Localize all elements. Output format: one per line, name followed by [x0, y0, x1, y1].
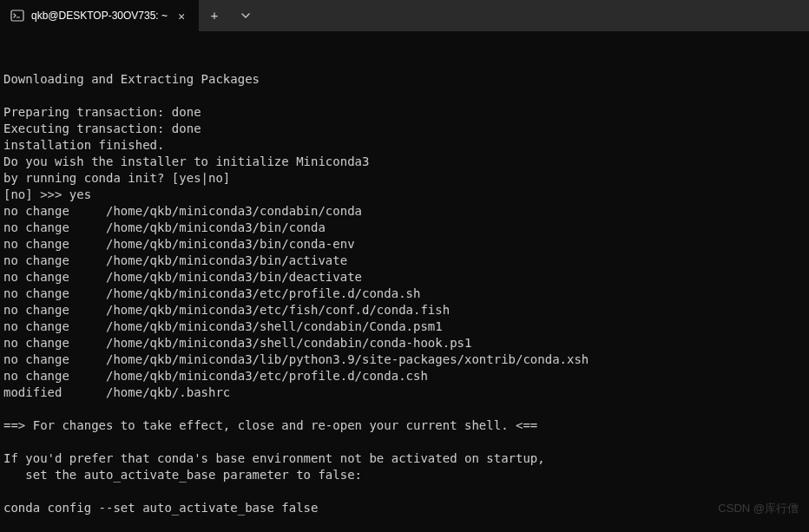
terminal-icon	[10, 9, 24, 23]
terminal-line: installation finished.	[3, 137, 806, 154]
terminal-line: If you'd prefer that conda's base enviro…	[3, 450, 806, 467]
titlebar-actions: +	[199, 0, 261, 31]
titlebar: qkb@DESKTOP-30OV735: ~ ✕ +	[0, 0, 809, 31]
terminal-line: no change /home/qkb/miniconda3/shell/con…	[3, 335, 806, 351]
terminal-line: set the auto_activate_base parameter to …	[3, 467, 806, 483]
terminal-line: conda config --set auto_activate_base fa…	[3, 500, 806, 516]
watermark: CSDN @库行僧	[718, 501, 799, 516]
terminal-line: [no] >>> yes	[3, 187, 806, 203]
terminal-line: no change /home/qkb/miniconda3/lib/pytho…	[3, 351, 806, 368]
terminal-line: by running conda init? [yes|no]	[3, 170, 806, 187]
terminal-line: no change /home/qkb/miniconda3/condabin/…	[3, 203, 806, 220]
terminal-line: Do you wish the installer to initialize …	[3, 154, 806, 170]
dropdown-button[interactable]	[230, 0, 261, 31]
terminal-line: no change /home/qkb/miniconda3/etc/profi…	[3, 286, 806, 302]
terminal-line: no change /home/qkb/miniconda3/bin/activ…	[3, 253, 806, 269]
terminal-line: no change /home/qkb/miniconda3/bin/conda…	[3, 236, 806, 253]
terminal-line	[3, 483, 806, 500]
terminal-line: no change /home/qkb/miniconda3/bin/conda	[3, 220, 806, 236]
terminal-line: no change /home/qkb/miniconda3/etc/profi…	[3, 368, 806, 384]
new-tab-button[interactable]: +	[199, 0, 230, 31]
terminal-line: modified /home/qkb/.bashrc	[3, 384, 806, 401]
terminal-line: no change /home/qkb/miniconda3/bin/deact…	[3, 269, 806, 286]
close-icon[interactable]: ✕	[174, 9, 188, 23]
svg-rect-0	[11, 10, 23, 21]
terminal-line	[3, 88, 806, 104]
terminal-line: no change /home/qkb/miniconda3/etc/fish/…	[3, 302, 806, 319]
terminal-line	[3, 434, 806, 450]
chevron-down-icon	[241, 11, 250, 20]
terminal-line: Downloading and Extracting Packages	[3, 71, 806, 88]
terminal-line: ==> For changes to take effect, close an…	[3, 417, 806, 434]
tab-title: qkb@DESKTOP-30OV735: ~	[31, 10, 168, 22]
terminal-line: Preparing transaction: done	[3, 104, 806, 121]
terminal-output[interactable]: Downloading and Extracting Packages Prep…	[0, 31, 809, 532]
terminal-line: Executing transaction: done	[3, 121, 806, 137]
terminal-line	[3, 401, 806, 417]
terminal-tab[interactable]: qkb@DESKTOP-30OV735: ~ ✕	[0, 0, 199, 31]
terminal-line	[3, 516, 806, 532]
terminal-line: no change /home/qkb/miniconda3/shell/con…	[3, 319, 806, 335]
